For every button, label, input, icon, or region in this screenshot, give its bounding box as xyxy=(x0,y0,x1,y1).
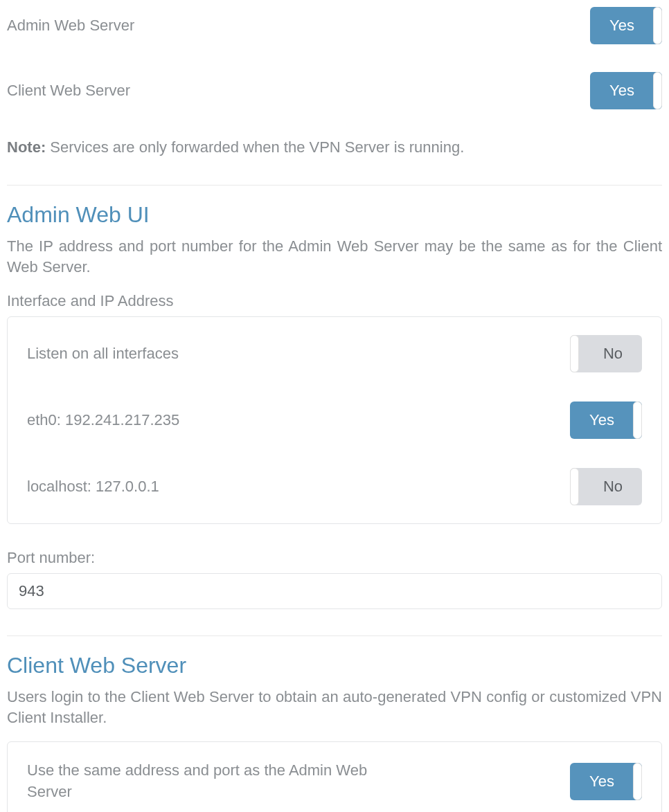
client-option-same: Use the same address and port as the Adm… xyxy=(27,760,642,803)
section-divider xyxy=(7,635,662,636)
client-web-server-label: Client Web Server xyxy=(7,80,130,102)
admin-web-ui-description: The IP address and port number for the A… xyxy=(7,236,662,279)
interface-box: Listen on all interfaces No eth0: 192.24… xyxy=(7,316,662,524)
toggle-text: Yes xyxy=(589,410,614,431)
note-text: Note: Services are only forwarded when t… xyxy=(7,137,662,159)
section-divider xyxy=(7,185,662,186)
interface-label-eth0: eth0: 192.241.217.235 xyxy=(27,410,179,431)
interface-toggle-eth0[interactable]: Yes xyxy=(570,402,642,439)
client-option-same-toggle[interactable]: Yes xyxy=(570,763,642,800)
interface-label: Interface and IP Address xyxy=(7,291,662,312)
toggle-text: Yes xyxy=(609,80,634,102)
admin-web-server-label: Admin Web Server xyxy=(7,15,134,37)
client-web-server-title: Client Web Server xyxy=(7,650,662,681)
admin-web-server-toggle[interactable]: Yes xyxy=(590,7,662,44)
client-option-same-label: Use the same address and port as the Adm… xyxy=(27,760,415,803)
client-web-server-toggle[interactable]: Yes xyxy=(590,72,662,109)
client-web-server-box: Use the same address and port as the Adm… xyxy=(7,741,662,812)
note-prefix: Note: xyxy=(7,138,46,156)
toggle-handle xyxy=(653,7,662,44)
port-number-input[interactable] xyxy=(7,573,662,609)
interface-row-eth0: eth0: 192.241.217.235 Yes xyxy=(27,402,642,439)
interface-label-localhost: localhost: 127.0.0.1 xyxy=(27,476,159,498)
client-web-server-description: Users login to the Client Web Server to … xyxy=(7,687,662,730)
admin-web-server-row: Admin Web Server Yes xyxy=(7,7,662,44)
port-number-label: Port number: xyxy=(7,548,662,569)
interface-toggle-all[interactable]: No xyxy=(570,335,642,372)
toggle-handle xyxy=(570,468,579,505)
toggle-text: No xyxy=(603,343,623,365)
toggle-handle xyxy=(570,335,579,372)
interface-row-all: Listen on all interfaces No xyxy=(27,335,642,372)
interface-label-all: Listen on all interfaces xyxy=(27,343,179,365)
note-body: Services are only forwarded when the VPN… xyxy=(46,138,464,156)
toggle-handle xyxy=(633,402,642,439)
toggle-handle xyxy=(653,72,662,109)
toggle-handle xyxy=(633,763,642,800)
interface-row-localhost: localhost: 127.0.0.1 No xyxy=(27,468,642,505)
toggle-text: No xyxy=(603,476,623,498)
toggle-text: Yes xyxy=(609,15,634,37)
client-web-server-row: Client Web Server Yes xyxy=(7,72,662,109)
admin-web-ui-title: Admin Web UI xyxy=(7,199,662,231)
toggle-text: Yes xyxy=(589,771,614,793)
interface-toggle-localhost[interactable]: No xyxy=(570,468,642,505)
